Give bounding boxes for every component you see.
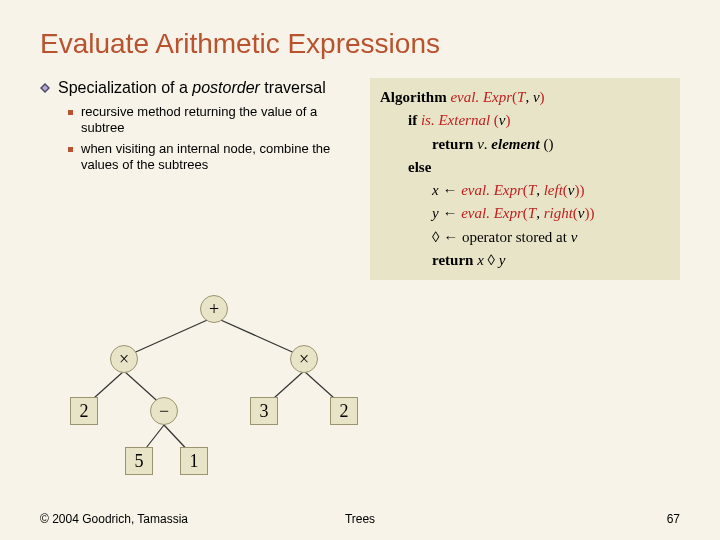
tree-node-rl: 3: [250, 397, 278, 425]
arrow-icon: ←: [443, 229, 458, 245]
arrow-icon: ←: [442, 182, 457, 198]
footer-center: Trees: [253, 512, 466, 526]
algo-ret-y: y: [499, 252, 506, 268]
algo-l-T: T: [528, 182, 536, 198]
algo-kw-algorithm: Algorithm: [380, 89, 447, 105]
algo-kw-else: else: [408, 159, 431, 175]
footer-copyright: © 2004 Goodrich, Tamassia: [40, 512, 253, 526]
algo-kw-return1: return: [432, 136, 473, 152]
tree-node-rr: 2: [330, 397, 358, 425]
tree-node-r: ×: [290, 345, 318, 373]
algo-l-v: v: [568, 182, 575, 198]
sub-bullet-2-text: when visiting an internal node, combine …: [81, 141, 360, 174]
algo-ret-v: v: [477, 136, 484, 152]
algo-kw-return2: return: [432, 252, 473, 268]
main-bullet-part2: traversal: [260, 79, 326, 96]
svg-line-3: [214, 317, 299, 355]
algo-fn-eval-l: eval. Expr: [461, 182, 523, 198]
slide-title: Evaluate Arithmetic Expressions: [40, 28, 680, 60]
algo-isext-v: v: [499, 112, 506, 128]
algo-r-T: T: [528, 205, 536, 221]
algo-ret-x: x: [477, 252, 484, 268]
algo-op-v: v: [571, 229, 578, 245]
main-bullet: Specialization of a postorder traversal: [40, 78, 360, 98]
left-column: Specialization of a postorder traversal …: [40, 78, 360, 280]
tree-node-ll: 2: [70, 397, 98, 425]
main-bullet-part1: Specialization of a: [58, 79, 192, 96]
main-bullet-italic: postorder: [192, 79, 260, 96]
square-icon: [68, 147, 73, 152]
tree-node-lr: −: [150, 397, 178, 425]
algo-x: x: [432, 182, 439, 198]
svg-line-2: [129, 317, 214, 355]
expression-tree: + × × 2 − 3 2 5 1: [60, 295, 380, 485]
algorithm-box: Algorithm eval. Expr(T, v) if is. Extern…: [370, 78, 680, 280]
footer-page-number: 67: [467, 512, 680, 526]
diamond-icon: [40, 83, 50, 93]
algo-fn-isext: is. External: [421, 112, 490, 128]
algo-l-left: left: [544, 182, 563, 198]
algo-r-right: right: [544, 205, 573, 221]
algo-arg-v: v: [533, 89, 540, 105]
algo-ret-element: element: [491, 136, 539, 152]
algo-fn-eval-r: eval. Expr: [461, 205, 523, 221]
algo-op-text: operator stored at: [462, 229, 567, 245]
algo-r-v: v: [578, 205, 585, 221]
algo-kw-if: if: [408, 112, 417, 128]
tree-node-lrr: 1: [180, 447, 208, 475]
sub-bullet-2: when visiting an internal node, combine …: [68, 141, 360, 174]
algo-fn-eval: eval. Expr: [450, 89, 512, 105]
square-icon: [68, 110, 73, 115]
tree-node-l: ×: [110, 345, 138, 373]
sub-bullet-1: recursive method returning the value of …: [68, 104, 360, 137]
algo-op-sym: ◊: [432, 229, 439, 245]
algo-y: y: [432, 205, 439, 221]
tree-node-root: +: [200, 295, 228, 323]
arrow-icon: ←: [442, 205, 457, 221]
sub-bullet-1-text: recursive method returning the value of …: [81, 104, 360, 137]
tree-node-lrl: 5: [125, 447, 153, 475]
algo-ret-op: ◊: [488, 252, 495, 268]
